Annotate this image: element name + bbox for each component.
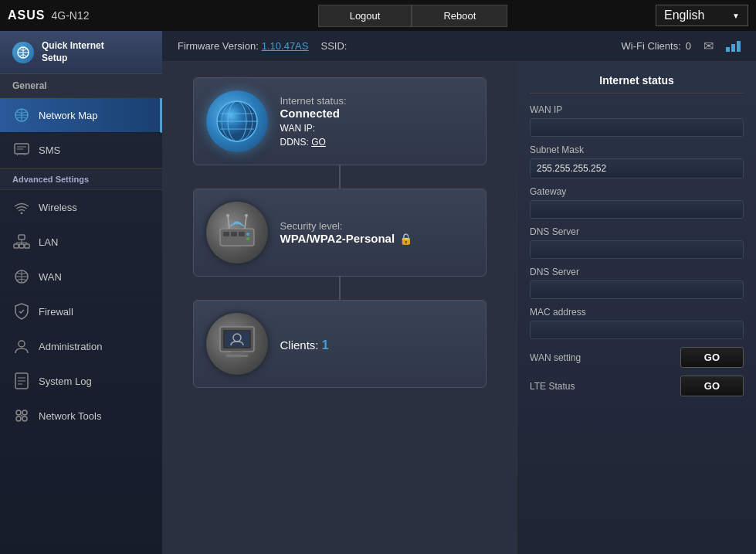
sidebar-item-sms[interactable]: SMS xyxy=(0,133,162,168)
internet-icon xyxy=(206,90,268,152)
router-card[interactable]: Security level: WPA/WPA2-Personal 🔒 xyxy=(193,189,486,277)
ddns-go-link[interactable]: GO xyxy=(311,137,326,148)
svg-point-31 xyxy=(16,416,21,421)
general-section-header: General xyxy=(0,74,162,98)
wan-setting-label: WAN setting xyxy=(530,352,581,363)
clients-card-info: Clients: 1 xyxy=(280,335,473,352)
firmware-version-link[interactable]: 1.10.47AS xyxy=(262,40,309,52)
clients-value: 1 xyxy=(322,338,329,352)
lte-status-go-button[interactable]: GO xyxy=(680,376,744,396)
svg-line-29 xyxy=(21,415,22,416)
gateway-field-group: Gateway xyxy=(530,186,744,219)
ssid-label: SSID: xyxy=(320,40,347,52)
model-name: 4G-N12 xyxy=(51,9,89,22)
lte-status-row: LTE Status GO xyxy=(530,376,744,396)
gateway-field-value xyxy=(530,200,744,219)
status-bar: Firmware Version: 1.10.47AS SSID: Wi-Fi … xyxy=(162,31,756,62)
mail-icon[interactable]: ✉ xyxy=(703,39,714,53)
system-log-label: System Log xyxy=(39,376,92,387)
dns-server2-field-label: DNS Server xyxy=(530,267,744,277)
asus-logo: ASUS xyxy=(8,8,45,22)
firmware-version-area: Firmware Version: 1.10.47AS xyxy=(178,40,308,52)
sms-label: SMS xyxy=(39,144,60,156)
mac-address-field-value xyxy=(530,321,744,339)
svg-point-9 xyxy=(21,212,23,215)
internet-status-value: Connected xyxy=(280,107,473,120)
dns-server1-field-value xyxy=(530,240,744,259)
signal-strength-icon xyxy=(726,41,741,52)
svg-point-22 xyxy=(19,341,25,347)
dns-server2-field-group: DNS Server xyxy=(530,267,744,299)
sidebar-item-network-tools[interactable]: Network Tools xyxy=(0,399,162,433)
wan-ip-label: WAN IP: xyxy=(280,123,316,134)
dns-server1-field-group: DNS Server xyxy=(530,226,744,259)
firewall-label: Firewall xyxy=(39,306,73,318)
router-icon xyxy=(206,202,268,263)
svg-point-30 xyxy=(22,410,27,415)
svg-rect-51 xyxy=(226,355,248,357)
firmware-version-label: Firmware Version: xyxy=(178,40,259,52)
wan-icon xyxy=(12,267,31,286)
dns-server1-field-label: DNS Server xyxy=(530,226,744,237)
reboot-button[interactable]: Reboot xyxy=(412,5,507,27)
svg-point-28 xyxy=(22,416,27,421)
svg-line-45 xyxy=(245,216,246,229)
svg-point-43 xyxy=(246,237,249,240)
clients-row: Clients: 1 xyxy=(280,338,473,352)
ddns-label: DDNS: xyxy=(280,137,309,148)
main-layout: Quick InternetSetup General Network Map xyxy=(0,31,756,554)
gateway-field-label: Gateway xyxy=(530,186,744,197)
sidebar-item-wireless[interactable]: Wireless xyxy=(0,190,162,225)
svg-rect-13 xyxy=(25,244,29,248)
advanced-settings-header: Advanced Settings xyxy=(0,168,162,190)
panels-area: Internet status: Connected WAN IP: DDNS:… xyxy=(162,62,756,554)
security-level-value: WPA/WPA2-Personal xyxy=(280,232,395,245)
network-tools-label: Network Tools xyxy=(39,410,101,422)
svg-point-42 xyxy=(246,233,249,236)
mac-address-field-group: MAC address xyxy=(530,307,744,339)
dns-server2-field-value xyxy=(530,280,744,299)
lock-icon: 🔒 xyxy=(399,233,412,245)
internet-card[interactable]: Internet status: Connected WAN IP: DDNS:… xyxy=(193,77,486,165)
svg-rect-12 xyxy=(19,244,24,248)
sidebar-item-system-log[interactable]: System Log xyxy=(0,364,162,399)
logout-button[interactable]: Logout xyxy=(318,5,412,27)
sidebar-item-administration[interactable]: Administration xyxy=(0,329,162,364)
mac-address-field-label: MAC address xyxy=(530,307,744,318)
security-level-label: Security level: xyxy=(280,220,473,232)
sidebar-item-firewall[interactable]: Firewall xyxy=(0,294,162,329)
quick-internet-setup[interactable]: Quick InternetSetup xyxy=(0,31,162,74)
top-bar: ASUS 4G-N12 Logout Reboot English ▼ xyxy=(0,0,756,31)
language-selector[interactable]: English ▼ xyxy=(656,5,748,26)
administration-icon xyxy=(12,337,31,355)
chevron-down-icon: ▼ xyxy=(732,12,740,20)
sidebar-item-wan[interactable]: WAN xyxy=(0,260,162,294)
svg-rect-39 xyxy=(223,232,229,236)
svg-point-47 xyxy=(245,214,248,217)
svg-rect-41 xyxy=(239,232,245,236)
network-map-label: Network Map xyxy=(39,110,98,121)
wan-setting-go-button[interactable]: GO xyxy=(680,347,744,368)
sidebar-item-network-map[interactable]: Network Map xyxy=(0,98,162,133)
sidebar: Quick InternetSetup General Network Map xyxy=(0,31,162,554)
sms-icon xyxy=(12,141,31,159)
internet-status-panel: Internet status WAN IP Subnet Mask 255.2… xyxy=(517,62,756,554)
wireless-icon xyxy=(12,198,31,216)
system-log-icon xyxy=(12,372,31,390)
svg-rect-50 xyxy=(231,352,243,355)
svg-rect-40 xyxy=(231,232,237,236)
svg-rect-11 xyxy=(14,244,19,248)
subnet-mask-field-value: 255.255.255.252 xyxy=(530,158,744,178)
clients-icon xyxy=(206,313,268,375)
wan-label: WAN xyxy=(39,271,62,283)
clients-label: Clients: xyxy=(280,338,319,352)
clients-card[interactable]: Clients: 1 xyxy=(193,300,486,388)
subnet-mask-field-group: Subnet Mask 255.255.255.252 xyxy=(530,144,744,178)
wifi-clients-count: 0 xyxy=(686,40,691,52)
lte-status-label: LTE Status xyxy=(530,381,575,392)
sidebar-item-lan[interactable]: LAN xyxy=(0,225,162,260)
ssid-area: SSID: xyxy=(320,40,350,52)
administration-label: Administration xyxy=(39,341,102,352)
language-label: English xyxy=(664,8,704,22)
network-tools-icon xyxy=(12,406,31,425)
